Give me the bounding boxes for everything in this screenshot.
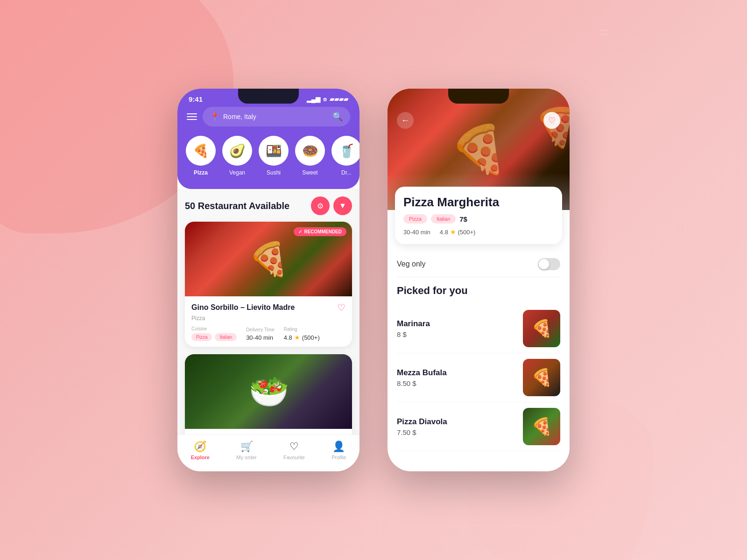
- pizza-reviews: (500+): [458, 229, 475, 236]
- hamburger-button[interactable]: [187, 113, 197, 120]
- wifi-icon: ⌾: [323, 96, 327, 103]
- category-sweet-circle: 🍩: [295, 136, 325, 166]
- search-bar[interactable]: 📍 Rome, Italy 🔍: [203, 107, 350, 126]
- restaurant-card-2[interactable]: 🥗 Veggy Garden – Bistrot ♡: [185, 354, 352, 434]
- explore-label: Explore: [191, 455, 210, 460]
- filter-sort-button[interactable]: ▼: [333, 196, 352, 215]
- category-vegan-circle: 🥑: [222, 136, 252, 166]
- nav-favourite[interactable]: ♡ Favourite: [283, 441, 305, 460]
- pizza-rating-value: 4.8 ★ (500+): [440, 228, 476, 236]
- menu-item-marinara-name: Marinara: [397, 319, 523, 329]
- menu-item-marinara[interactable]: Marinara 8 $ 🍕: [397, 304, 560, 353]
- restaurant-1-image: 🍕 ✓ RECOMMENDED: [185, 222, 352, 296]
- restaurant-1-name: Gino Sorbillo – Lievito Madre: [191, 303, 295, 312]
- toggle-thumb: [539, 259, 549, 269]
- nav-my-order[interactable]: 🛒 My order: [236, 441, 256, 460]
- restaurant-1-meta: Cuisine Pizza Italian Delivery Time 30-4…: [191, 326, 345, 341]
- veg-only-toggle[interactable]: [538, 258, 560, 270]
- nav-profile[interactable]: 👤 Profile: [331, 441, 346, 460]
- categories-row: 🍕 Pizza 🥑 Vegan 🍱 Sushi 🍩 Sweet 🥤: [177, 134, 359, 180]
- favourite-icon: ♡: [289, 441, 299, 453]
- menu-item-mezzabufala[interactable]: Mezza Bufala 8.50 $ 🍕: [397, 353, 560, 402]
- category-vegan[interactable]: 🥑 Vegan: [223, 136, 251, 176]
- my-order-icon: 🛒: [240, 441, 253, 453]
- pizza-tag-pizza: Pizza: [403, 214, 427, 224]
- rating-section: Rating 4.8 ★ (500+): [284, 327, 320, 341]
- favourite-label: Favourite: [283, 455, 305, 460]
- status-time: 9:41: [189, 95, 203, 103]
- restaurant-2-info: Veggy Garden – Bistrot ♡: [185, 429, 352, 434]
- pizza-info-card: Pizza Margherita Pizza Italian 7$ 30-40 …: [395, 187, 562, 244]
- phone-2: 🍕 🍕 ← ♡ Pizza Margherita Pizza Italian 7…: [388, 89, 570, 471]
- star-icon: ★: [294, 334, 300, 341]
- my-order-label: My order: [236, 455, 256, 460]
- menu-item-marinara-info: Marinara 8 $: [397, 319, 523, 338]
- delivery-section: Delivery Time 30-40 min: [246, 327, 275, 341]
- nav-explore[interactable]: 🧭 Explore: [191, 441, 210, 460]
- restaurant-card-1[interactable]: 🍕 ✓ RECOMMENDED Gino Sorbillo – Lievito …: [185, 222, 352, 347]
- recommended-text: RECOMMENDED: [304, 229, 342, 234]
- menu-item-mezzabufala-name: Mezza Bufala: [397, 368, 523, 378]
- category-vegan-label: Vegan: [229, 169, 245, 176]
- veg-only-row: Veg only: [397, 252, 560, 277]
- pizza-meta: 30-40 min 4.8 ★ (500+): [403, 228, 554, 236]
- explore-icon: 🧭: [194, 441, 206, 453]
- phone1-search-row: 📍 Rome, Italy 🔍: [177, 107, 359, 134]
- status-icons: ▂▄▆ ⌾ ▰▰▰▰: [307, 96, 348, 103]
- profile-icon: 👤: [332, 441, 345, 453]
- pizza-delivery: 30-40 min: [403, 229, 430, 236]
- phone2-content: Veg only Picked for you Marinara 8 $ 🍕: [388, 244, 570, 459]
- menu-item-diavola-price: 7.50 $: [397, 428, 523, 436]
- menu-item-mezzabufala-info: Mezza Bufala 8.50 $: [397, 368, 523, 387]
- category-drinks[interactable]: 🥤 Dr...: [332, 136, 359, 176]
- category-pizza-label: Pizza: [194, 169, 208, 176]
- search-icon[interactable]: 🔍: [332, 112, 343, 122]
- cuisine-label: Cuisine: [191, 326, 237, 331]
- rating-number: 4.8: [284, 334, 292, 341]
- veg-only-label: Veg only: [397, 260, 425, 268]
- restaurants-header: 50 Restaurant Available ⚙ ▼: [185, 196, 352, 215]
- restaurant-2-image: 🥗: [185, 354, 352, 429]
- location-icon: 📍: [210, 112, 219, 121]
- cuisine-tag-pizza: Pizza: [191, 333, 212, 341]
- phone1-content: 50 Restaurant Available ⚙ ▼ 🍕 ✓ RECOMMEN…: [177, 189, 359, 434]
- menu-item-diavola-name: Pizza Diavola: [397, 417, 523, 427]
- category-sushi[interactable]: 🍱 Sushi: [260, 136, 288, 176]
- rating-reviews: (500+): [302, 334, 320, 341]
- menu-item-marinara-price: 8 $: [397, 330, 523, 338]
- phones-container: 9:41 ▂▄▆ ⌾ ▰▰▰▰ 📍 Rome, Italy 🔍: [177, 89, 570, 471]
- pizza-star-icon: ★: [450, 228, 458, 236]
- category-pizza[interactable]: 🍕 Pizza: [187, 136, 215, 176]
- category-sweet[interactable]: 🍩 Sweet: [296, 136, 324, 176]
- bg-dots: • • •• • •: [601, 28, 607, 36]
- restaurant-1-info: Gino Sorbillo – Lievito Madre ♡ Pizza Cu…: [185, 296, 352, 347]
- category-sweet-label: Sweet: [302, 169, 317, 176]
- section-title: Picked for you: [397, 285, 560, 297]
- restaurant-1-name-row: Gino Sorbillo – Lievito Madre ♡: [191, 302, 345, 313]
- menu-item-marinara-image: 🍕: [523, 310, 560, 347]
- restaurant-1-favorite-button[interactable]: ♡: [337, 302, 345, 313]
- pizza-title: Pizza Margherita: [403, 195, 554, 210]
- hero-favorite-button[interactable]: ♡: [543, 112, 560, 129]
- menu-item-mezzabufala-image: 🍕: [523, 359, 560, 396]
- category-drinks-circle: 🥤: [331, 136, 359, 166]
- phone-1: 9:41 ▂▄▆ ⌾ ▰▰▰▰ 📍 Rome, Italy 🔍: [177, 89, 359, 471]
- rating-value: 4.8 ★ (500+): [284, 334, 320, 341]
- rating-label: Rating: [284, 327, 320, 332]
- category-pizza-circle: 🍕: [186, 136, 216, 166]
- delivery-value: 30-40 min: [246, 334, 275, 341]
- filter-buttons: ⚙ ▼: [311, 196, 352, 215]
- phone-2-notch: [448, 89, 509, 104]
- delivery-label: Delivery Time: [246, 327, 275, 332]
- pizza-tag-italian: Italian: [431, 214, 456, 224]
- pizza-tags: Pizza Italian 7$: [403, 214, 554, 224]
- back-button[interactable]: ←: [397, 112, 414, 129]
- category-drinks-label: Dr...: [341, 169, 352, 176]
- phone1-bottom-nav: 🧭 Explore 🛒 My order ♡ Favourite 👤 Profi…: [177, 434, 359, 471]
- restaurants-count: 50 Restaurant Available: [185, 201, 289, 211]
- filter-settings-button[interactable]: ⚙: [311, 196, 330, 215]
- menu-item-diavola[interactable]: Pizza Diavola 7.50 $ 🍕: [397, 402, 560, 451]
- menu-item-diavola-image: 🍕: [523, 408, 560, 445]
- menu-item-diavola-info: Pizza Diavola 7.50 $: [397, 417, 523, 436]
- phone-1-notch: [238, 89, 299, 104]
